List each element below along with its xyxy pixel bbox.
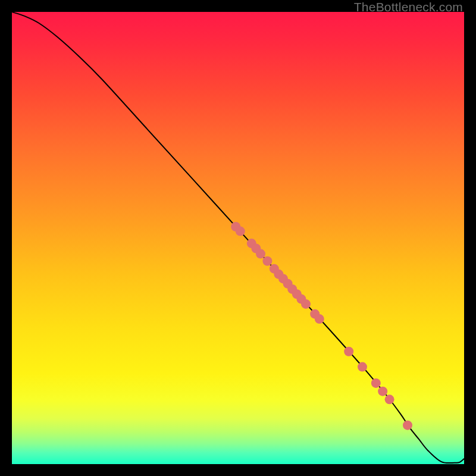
marker-point [344,347,353,356]
marker-point [403,421,412,430]
marker-point [256,249,265,259]
marker-point [371,378,381,388]
chart-svg [12,12,464,464]
marker-point [358,362,367,372]
marker-point [236,227,245,236]
watermark-text: TheBottleneck.com [354,0,463,14]
plot-area [12,12,464,464]
gradient-background [12,12,464,464]
marker-point [385,394,394,404]
chart-frame: TheBottleneck.com [0,0,476,476]
marker-point [301,299,311,309]
marker-point [262,256,272,266]
marker-point [315,314,324,324]
marker-point [378,387,387,396]
